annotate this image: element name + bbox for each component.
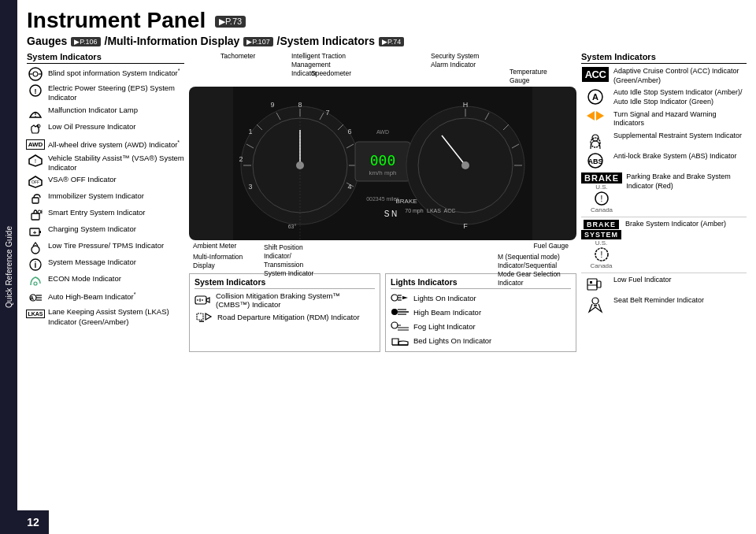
brake-system-icon: BRAKE SYSTEM U.S. ! Canada (581, 220, 621, 269)
parking-brake-label: Parking Brake and Brake System Indicator… (626, 172, 747, 191)
svg-text:LKAS: LKAS (427, 208, 441, 213)
bottom-labels: Ambient Meter Multi-Information Display … (189, 242, 576, 270)
svg-text:!: ! (600, 250, 602, 259)
abs-label: Anti-lock Brake System (ABS) Indicator (613, 152, 747, 161)
title-ref: ▶P.73 (215, 16, 246, 28)
bottom-sys-title: System Indicators (195, 277, 375, 289)
acc-label: Adaptive Cruise Control (ACC) Indicator … (613, 67, 747, 85)
auto-high-beam-label: Auto High-Beam Indicator* (48, 291, 184, 302)
subtitle: Gauges ▶P.106 /Multi-Information Display… (27, 35, 747, 47)
svg-text:000: 000 (370, 152, 396, 169)
bottom-sys-indicators: System Indicators Collision Mitigation B… (189, 273, 380, 352)
svg-line-15 (41, 210, 43, 211)
page-title: Instrument Panel ▶P.73 (27, 8, 747, 33)
m-indicator-label: M (Sequential mode) Indicator/Sequential… (498, 253, 569, 287)
svg-text:1: 1 (248, 128, 252, 135)
econ-icon (27, 274, 44, 288)
svg-text:!: ! (35, 158, 36, 164)
list-item: Lights On Indicator (391, 291, 571, 304)
seatbelt-label: Seat Belt Reminder Indicator (613, 296, 747, 306)
svg-point-13 (38, 210, 41, 213)
svg-text:H: H (463, 101, 469, 109)
security-alarm-label: Security System Alarm Indicator (431, 52, 498, 69)
svg-text:+: + (33, 229, 37, 236)
fog-light-label: Fog Light Indicator (413, 322, 476, 331)
cmbs-icon (195, 294, 212, 306)
sys-msg-label: System Message Indicator (48, 258, 184, 267)
svg-rect-102 (597, 281, 601, 287)
brake-system-label: Brake System Indicator (Amber) (625, 220, 747, 229)
list-item: BRAKE U.S. ! Canada Parking Brake and Br… (581, 172, 747, 213)
content-row: System Indicators Blind spot information… (27, 52, 747, 528)
list-item: High Beam Indicator (391, 306, 571, 318)
right-indicators: System Indicators ACC Adaptive Cruise Co… (581, 52, 747, 528)
svg-text:7: 7 (325, 109, 329, 117)
charging-label: Charging System Indicator (48, 224, 184, 234)
list-item: AWD All-wheel drive system (AWD) Indicat… (27, 139, 184, 151)
center-area: Tachometer Intelligent Traction Manageme… (189, 52, 576, 528)
list-item: Seat Belt Reminder Indicator (581, 296, 747, 313)
svg-text:!: ! (35, 87, 37, 95)
svg-text:70 mph: 70 mph (405, 208, 423, 214)
svg-rect-12 (32, 213, 39, 220)
oil-icon (27, 122, 44, 136)
left-indicators: System Indicators Blind spot information… (27, 52, 184, 528)
auto-idle-stop-label: Auto Idle Stop System Indicator (Amber)/… (613, 88, 747, 106)
vsa-icon: ! (27, 154, 44, 168)
low-fuel-label: Low Fuel Indicator (613, 276, 747, 285)
svg-text:6: 6 (347, 128, 351, 135)
svg-point-20 (32, 246, 39, 254)
list-item: Smart Entry System Indicator (27, 208, 184, 222)
svg-text:63°: 63° (288, 224, 297, 229)
eps-label: Electric Power Steering (EPS) System Ind… (48, 83, 184, 103)
vsa-off-icon: OFF (27, 175, 44, 189)
rdm-label: Road Departure Mitigation (RDM) Indicato… (217, 313, 360, 321)
tachometer-label: Tachometer (220, 52, 255, 61)
svg-text:8: 8 (298, 101, 302, 109)
sys-msg-icon: i (27, 258, 44, 272)
svg-point-89 (391, 322, 398, 328)
malfunction-label: Malfunction Indicator Lamp (48, 106, 184, 115)
temperature-label: Temperature Gauge (510, 68, 569, 85)
list-item: Malfunction Indicator Lamp (27, 106, 184, 120)
auto-high-beam-icon: A (27, 291, 44, 305)
right-section-title: System Indicators (581, 52, 747, 64)
multi-info-label: Multi-Information Display (193, 253, 248, 270)
lights-on-label: Lights On Indicator (413, 294, 476, 302)
fog-light-icon (391, 320, 410, 332)
svg-point-7 (35, 116, 36, 117)
list-item: Fog Light Indicator (391, 320, 571, 332)
high-beam-label: High Beam Indicator (413, 308, 481, 317)
awd-label: All-wheel drive system (AWD) Indicator* (48, 139, 184, 150)
sidebar-label: Quick Reference Guide (5, 226, 13, 308)
lkas-label: Lane Keeping Assist System (LKAS) Indica… (48, 307, 184, 327)
srs-icon (581, 132, 610, 149)
list-item: Road Departure Mitigation (RDM) Indicato… (195, 310, 375, 323)
immobilizer-label: Immobilizer System Indicator (48, 191, 184, 201)
gauge-display: 8 7 6 5 4 9 1 2 3 000 km/h mph (189, 87, 576, 240)
acc-icon: ACC (581, 67, 610, 82)
list-item: ! Electric Power Steering (EPS) System I… (27, 83, 184, 103)
list-item: ACC Adaptive Cruise Control (ACC) Indica… (581, 67, 747, 85)
list-item: OFF VSA® OFF Indicator (27, 175, 184, 189)
list-item: Low Oil Pressure Indicator (27, 122, 184, 136)
svg-text:!: ! (601, 195, 603, 203)
lights-on-icon (391, 291, 410, 304)
svg-text:A: A (592, 92, 598, 102)
divider (581, 217, 747, 217)
svg-rect-104 (590, 281, 592, 284)
list-item: Blind spot information System Indicator* (27, 67, 184, 81)
svg-rect-11 (32, 198, 39, 203)
svg-point-1 (33, 72, 38, 76)
list-item: A Auto Idle Stop System Indicator (Amber… (581, 88, 747, 106)
malfunction-icon (27, 106, 44, 120)
list-item: Supplemental Restraint System Indicator (581, 132, 747, 149)
svg-text:2: 2 (239, 155, 243, 163)
svg-line-16 (41, 213, 43, 213)
main-content: Instrument Panel ▶P.73 Gauges ▶P.106 /Mu… (17, 0, 756, 534)
shift-position-label: Shift Position Indicator/ Transmission S… (264, 243, 327, 278)
immobilizer-icon (27, 191, 44, 206)
list-item: ! Vehicle Stability Assist™ (VSA®) Syste… (27, 154, 184, 173)
list-item: BRAKE SYSTEM U.S. ! Canada Brake System … (581, 220, 747, 269)
blind-spot-icon (27, 67, 44, 81)
